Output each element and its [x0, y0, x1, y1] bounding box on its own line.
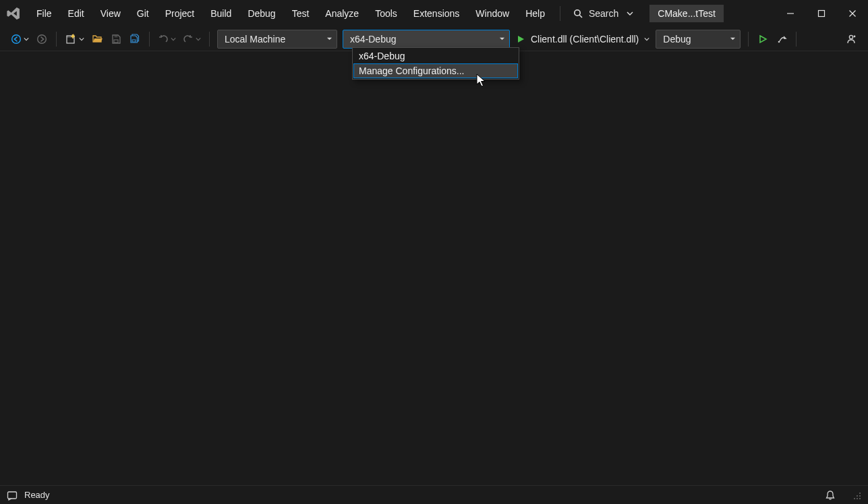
debug-target-dropdown[interactable]: Local Machine — [217, 30, 337, 49]
svg-point-21 — [854, 498, 855, 499]
menu-debug[interactable]: Debug — [239, 4, 283, 23]
menu-git[interactable]: Git — [129, 4, 157, 23]
resize-grip-icon — [852, 491, 861, 500]
solution-name[interactable]: CMake...tTest — [649, 5, 724, 22]
configuration-dropdown[interactable]: x64-Debug — [343, 30, 510, 49]
config-option-x64-debug[interactable]: x64-Debug — [353, 49, 518, 63]
document-area — [0, 51, 868, 485]
start-debugging-button[interactable]: Client.dll (Client\Client.dll) — [513, 34, 652, 45]
svg-point-6 — [12, 34, 21, 43]
menu-file[interactable]: File — [28, 4, 60, 23]
save-all-button[interactable] — [126, 30, 144, 48]
configuration-value: x64-Debug — [350, 34, 397, 45]
svg-point-16 — [854, 35, 856, 37]
output-icon[interactable] — [7, 490, 18, 501]
live-share-button[interactable] — [842, 30, 860, 48]
status-text: Ready — [24, 490, 50, 500]
svg-point-0 — [575, 10, 580, 16]
menu-tools[interactable]: Tools — [367, 4, 405, 23]
chevron-down-icon — [79, 36, 84, 42]
undo-button[interactable] — [155, 30, 179, 48]
save-button[interactable] — [107, 30, 125, 48]
menu-analyze[interactable]: Analyze — [317, 4, 367, 23]
notifications-icon[interactable] — [825, 490, 836, 501]
svg-point-15 — [849, 35, 852, 38]
chevron-down-icon — [326, 36, 332, 42]
menu-help[interactable]: Help — [517, 4, 553, 23]
window-close-button[interactable] — [837, 0, 868, 27]
menu-test[interactable]: Test — [284, 4, 318, 23]
titlebar: File Edit View Git Project Build Debug T… — [0, 0, 868, 27]
svg-rect-17 — [8, 492, 17, 499]
svg-point-7 — [38, 34, 47, 43]
svg-rect-3 — [819, 11, 825, 17]
menu-view[interactable]: View — [92, 4, 129, 23]
svg-line-1 — [579, 15, 582, 18]
window-minimize-button[interactable] — [775, 0, 806, 27]
menu-extensions[interactable]: Extensions — [405, 4, 467, 23]
svg-point-23 — [859, 498, 861, 499]
svg-point-14 — [778, 40, 780, 43]
menu-edit[interactable]: Edit — [60, 4, 92, 23]
svg-point-19 — [857, 495, 858, 497]
configuration-dropdown-menu: x64-Debug Manage Configurations... — [352, 47, 519, 80]
nav-forward-button[interactable] — [33, 30, 51, 48]
chevron-down-icon — [171, 36, 176, 42]
svg-rect-12 — [115, 35, 118, 37]
chevron-down-icon — [24, 36, 29, 42]
chevron-down-icon — [196, 36, 201, 42]
menu-build[interactable]: Build — [202, 4, 239, 23]
svg-rect-11 — [114, 40, 118, 43]
start-without-debug-button[interactable] — [754, 30, 772, 48]
open-file-button[interactable] — [88, 30, 106, 48]
play-icon — [516, 34, 525, 44]
svg-point-18 — [859, 493, 861, 494]
statusbar: Ready — [0, 485, 868, 504]
startup-item-label: Client.dll (Client\Client.dll) — [531, 34, 639, 45]
vs-logo-icon — [5, 5, 22, 22]
menu-project[interactable]: Project — [157, 4, 203, 23]
svg-point-20 — [859, 495, 861, 497]
menu-window[interactable]: Window — [467, 4, 517, 23]
new-item-button[interactable] — [62, 30, 87, 48]
toolbar: Local Machine x64-Debug Client.dll (Clie… — [0, 27, 868, 51]
svg-point-22 — [857, 498, 858, 499]
chevron-down-icon — [499, 36, 505, 42]
chevron-down-icon — [627, 10, 633, 17]
chevron-down-icon — [730, 36, 736, 42]
build-config-value: Debug — [663, 34, 691, 45]
nav-back-button[interactable] — [8, 30, 32, 48]
chevron-down-icon — [644, 36, 649, 42]
step-controls-button[interactable] — [773, 30, 790, 48]
redo-button[interactable] — [180, 30, 204, 48]
search-icon — [573, 8, 583, 19]
separator — [560, 6, 560, 21]
build-config-dropdown[interactable]: Debug — [656, 30, 741, 49]
config-option-manage[interactable]: Manage Configurations... — [353, 63, 518, 78]
debug-target-value: Local Machine — [225, 34, 285, 45]
search-label: Search — [589, 8, 618, 19]
window-maximize-button[interactable] — [806, 0, 837, 27]
search-box[interactable]: Search — [567, 5, 639, 22]
